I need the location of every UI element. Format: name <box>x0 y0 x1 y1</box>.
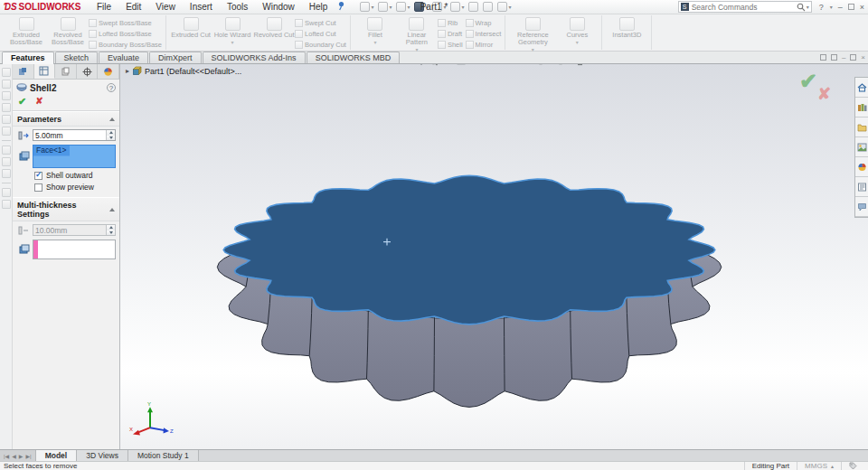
curves-button[interactable]: Curves▾ <box>556 16 598 45</box>
commandmanager-option-icon[interactable] <box>820 54 826 61</box>
show-preview-option[interactable]: Show preview <box>13 181 119 193</box>
menu-window[interactable]: Window <box>256 1 301 13</box>
boundary-cut-button[interactable]: Boundary Cut <box>295 40 346 50</box>
scroll-next-button[interactable]: ▶ <box>18 453 24 459</box>
units-selector[interactable]: MMGS▴ <box>797 462 841 470</box>
section-view-icon[interactable] <box>455 64 467 66</box>
help-button[interactable]: ? <box>819 3 824 12</box>
extruded-cut-button[interactable]: Extruded Cut <box>170 16 212 39</box>
view-cube-2-icon[interactable] <box>2 80 11 89</box>
lofted-boss-base-button[interactable]: Lofted Boss/Base <box>89 29 162 39</box>
print-button[interactable]: ▾ <box>412 1 429 13</box>
display-style-icon[interactable] <box>495 64 506 66</box>
intersect-button[interactable]: Intersect <box>466 29 502 39</box>
file-explorer-icon[interactable] <box>855 118 868 137</box>
appearances-scenes-icon[interactable] <box>855 157 868 177</box>
search-scope-icon[interactable]: S <box>681 3 689 11</box>
apply-scene-icon[interactable] <box>554 64 566 66</box>
extra-tool-2-icon[interactable] <box>2 200 11 209</box>
multi-thickness-section-header[interactable]: Multi-thickness Settings <box>13 197 119 221</box>
reference-geometry-button[interactable]: Reference Geometry▾ <box>509 16 556 52</box>
search-commands-box[interactable]: S ▾ <box>678 1 812 13</box>
close-button[interactable]: × <box>860 3 864 12</box>
instant3d-button[interactable]: Instant3D <box>606 16 647 39</box>
tab-model[interactable]: Model <box>36 450 78 461</box>
graphics-area[interactable]: Y X Z ▸ Part1 (Default<<Default>... <box>120 64 868 449</box>
shell-outward-option[interactable]: Shell outward <box>13 169 119 181</box>
search-input[interactable] <box>689 3 797 12</box>
multi-thickness-faces-list[interactable] <box>33 240 116 259</box>
sketch-tool-2-icon[interactable] <box>2 157 11 166</box>
boundary-boss-base-button[interactable]: Boundary Boss/Base <box>89 40 162 50</box>
solidworks-forum-icon[interactable] <box>855 197 868 217</box>
menu-edit[interactable]: Edit <box>119 1 147 13</box>
featuremanager-tree-tab[interactable] <box>13 64 34 79</box>
previous-view-icon[interactable] <box>440 64 452 66</box>
feature-tree-flyout[interactable]: ▸ Part1 (Default<<Default>... <box>126 66 241 76</box>
fillet-button[interactable]: Fillet▾ <box>354 16 396 45</box>
feature-tree-root[interactable]: Part1 (Default<<Default>... <box>145 67 241 76</box>
tab-dimxpert[interactable]: DimXpert <box>149 52 202 63</box>
menu-insert[interactable]: Insert <box>184 1 219 13</box>
configurationmanager-tab[interactable] <box>55 64 77 79</box>
tab-solidworks-mbd[interactable]: SOLIDWORKS MBD <box>307 52 401 63</box>
model-canvas[interactable]: Y X Z <box>120 64 868 449</box>
select-button[interactable]: ▾ <box>448 1 466 13</box>
cancel-button[interactable]: ✘ <box>35 96 42 108</box>
confirm-ok-button[interactable]: ✔ <box>799 69 817 94</box>
file-properties-button[interactable] <box>481 1 495 13</box>
faces-to-remove-list[interactable]: Face<1> <box>33 145 116 168</box>
thickness-input[interactable] <box>33 130 106 140</box>
commandmanager-option2-icon[interactable] <box>831 54 837 61</box>
view-settings-icon[interactable] <box>574 64 586 66</box>
edit-appearance-icon[interactable] <box>534 64 546 66</box>
parameters-section-header[interactable]: Parameters <box>13 111 119 127</box>
rebuild-button[interactable] <box>467 1 480 13</box>
zoom-to-fit-icon[interactable] <box>411 64 423 66</box>
tab-3d-views[interactable]: 3D Views <box>77 450 128 461</box>
design-library-icon[interactable] <box>855 98 868 118</box>
view-orientation-icon[interactable] <box>475 64 486 66</box>
tags-icon[interactable] <box>841 462 864 470</box>
confirm-cancel-button[interactable]: ✘ <box>817 84 831 104</box>
rib-button[interactable]: Rib <box>438 18 463 28</box>
tab-features[interactable]: Features <box>2 52 54 64</box>
view-palette-icon[interactable] <box>855 137 868 157</box>
hole-wizard-button[interactable]: Hole Wizard▾ <box>212 16 253 45</box>
view-cube-5-icon[interactable] <box>2 115 11 124</box>
mirror-button[interactable]: Mirror <box>466 40 502 50</box>
extruded-boss-base-button[interactable]: Extruded Boss/Base <box>5 16 47 46</box>
minimize-button[interactable]: – <box>838 3 843 12</box>
show-preview-checkbox[interactable] <box>34 183 42 192</box>
shell-outward-checkbox[interactable] <box>34 172 42 180</box>
scroll-last-button[interactable]: ▶| <box>24 453 32 459</box>
help-icon[interactable]: ? <box>107 83 116 92</box>
save-button[interactable]: ▾ <box>394 1 411 13</box>
solidworks-resources-icon[interactable] <box>855 78 868 98</box>
draft-button[interactable]: Draft <box>438 29 463 39</box>
thickness-spinner[interactable] <box>106 130 115 140</box>
undo-button[interactable]: ▾ <box>430 1 448 13</box>
view-cube-3-icon[interactable] <box>2 91 11 100</box>
menu-tools[interactable]: Tools <box>221 1 254 13</box>
selected-face-item[interactable]: Face<1> <box>33 145 70 156</box>
thickness-field[interactable] <box>33 129 116 141</box>
tab-sketch[interactable]: Sketch <box>55 52 99 63</box>
close-document-button[interactable]: × <box>861 53 865 61</box>
swept-cut-button[interactable]: Swept Cut <box>295 18 346 28</box>
scroll-prev-button[interactable]: ◀ <box>11 453 17 459</box>
view-cube-4-icon[interactable] <box>2 103 11 112</box>
wrap-button[interactable]: Wrap <box>466 18 502 28</box>
tab-solidworks-add-ins[interactable]: SOLIDWORKS Add-Ins <box>203 52 306 63</box>
tab-evaluate[interactable]: Evaluate <box>99 52 148 63</box>
lobe-edge[interactable] <box>505 316 505 391</box>
extra-tool-1-icon[interactable] <box>2 188 11 197</box>
swept-boss-base-button[interactable]: Swept Boss/Base <box>89 18 162 28</box>
menu-file[interactable]: File <box>90 1 118 13</box>
restore-document-button[interactable] <box>850 54 856 61</box>
hide-show-items-icon[interactable] <box>514 64 526 66</box>
zoom-to-area-icon[interactable] <box>426 64 438 66</box>
expand-tree-icon[interactable]: ▸ <box>126 67 129 75</box>
propertymanager-tab[interactable] <box>34 64 56 79</box>
shell-button[interactable]: Shell <box>438 40 463 50</box>
